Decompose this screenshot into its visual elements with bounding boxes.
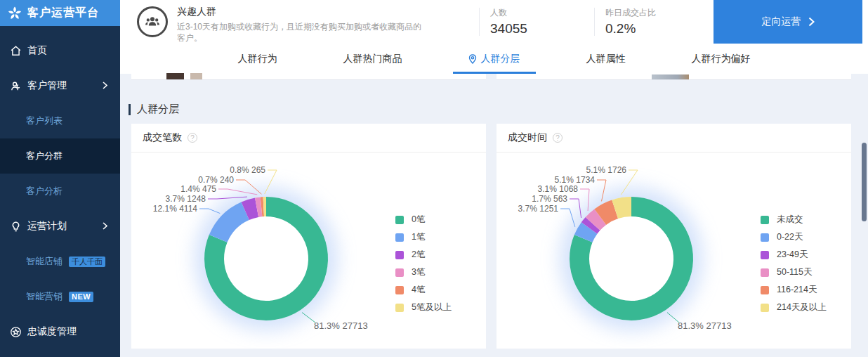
- donut-segment-23-49天[interactable]: [589, 223, 593, 228]
- stat-label: 昨日成交占比: [605, 7, 656, 19]
- chart-card-deal-count: 成交笔数 ? 0.8% 2650.7% 2401.4% 4753.7% 1248…: [131, 124, 486, 349]
- legend-swatch: [395, 216, 404, 224]
- legend-item-5笔及以上[interactable]: 5笔及以上: [395, 299, 452, 316]
- pie-label-3笔: 1.4% 475: [180, 184, 216, 194]
- legend-item-214天及以上[interactable]: 214天及以上: [761, 299, 827, 316]
- users-icon: [10, 80, 22, 92]
- legend-item-116-214天[interactable]: 116-214天: [761, 281, 827, 299]
- donut-chart-deal-time[interactable]: [567, 194, 696, 323]
- location-pin-icon: [468, 54, 477, 64]
- legend-swatch: [761, 268, 769, 277]
- pie-label-4笔: 0.7% 240: [198, 175, 234, 185]
- logo-icon: [7, 6, 22, 21]
- section-title-bar: [129, 104, 131, 115]
- legend-swatch: [761, 304, 769, 312]
- legend-label: 0笔: [412, 214, 425, 226]
- card-title: 成交笔数: [143, 131, 182, 144]
- card-header: 成交时间 ?: [497, 124, 851, 152]
- legend-swatch: [395, 251, 404, 259]
- divider: [594, 8, 595, 36]
- product-thumb-remnant: [652, 74, 689, 79]
- product-thumb-remnant: [166, 73, 184, 79]
- product-thumb-remnant: [190, 73, 202, 79]
- leader-line-4笔: [236, 180, 261, 194]
- donut-segment-214天及以上[interactable]: [615, 207, 631, 209]
- chart-legend: 未成交0-22天23-49天50-115天116-214天214天及以上: [761, 211, 827, 316]
- legend-item-23-49天[interactable]: 23-49天: [761, 246, 827, 264]
- legend-label: 0-22天: [777, 231, 803, 243]
- legend-item-3笔[interactable]: 3笔: [395, 264, 452, 281]
- vertical-scrollbar-thumb[interactable]: [862, 143, 867, 221]
- donut-segment-1笔[interactable]: [218, 211, 245, 238]
- sidebar-nav: 首页 客户管理 客户列表 客户分群 客户分析: [0, 33, 120, 349]
- donut-segment-116-214天[interactable]: [600, 209, 615, 217]
- legend-swatch: [395, 268, 404, 277]
- stat-deal-ratio: 昨日成交占比 0.2%: [605, 7, 656, 37]
- sidebar-item-label: 忠诚度管理: [27, 325, 77, 338]
- section-title-text: 人群分层: [137, 103, 179, 116]
- sidebar-item-smart-shop[interactable]: 智能店铺 千人千面: [0, 244, 120, 279]
- legend-item-未成交[interactable]: 未成交: [761, 211, 827, 228]
- targeted-operation-button[interactable]: 定向运营: [714, 0, 862, 44]
- previous-section-card-edge: [131, 74, 486, 80]
- legend-swatch: [395, 304, 404, 312]
- leader-line-5笔及以上: [265, 170, 277, 194]
- chevron-right-icon: [103, 80, 107, 91]
- chart-card-deal-time: 成交时间 ? 5.1% 17265.1% 17343.1% 10681.7% 5…: [497, 124, 851, 349]
- main-content: 人群分层 成交笔数 ? 0.8% 2650.7% 2401.4% 4753.7%…: [120, 74, 868, 357]
- stat-value: 0.2%: [605, 21, 656, 37]
- card-title: 成交时间: [508, 131, 547, 144]
- tab-crowd-behavior[interactable]: 人群行为: [223, 44, 293, 74]
- sidebar-item-customer-list[interactable]: 客户列表: [0, 103, 120, 138]
- sidebar-item-home[interactable]: 首页: [0, 33, 120, 68]
- divider: [479, 8, 480, 36]
- sidebar-item-customer-segment[interactable]: 客户分群: [0, 138, 120, 174]
- donut-segment-50-115天[interactable]: [593, 217, 600, 224]
- legend-item-1笔[interactable]: 1笔: [395, 228, 452, 246]
- help-icon[interactable]: ?: [553, 133, 563, 143]
- legend-swatch: [761, 251, 769, 259]
- tab-crowd-layering[interactable]: 人群分层: [453, 44, 536, 74]
- group-info: 兴趣人群 近3-10天有加购或收藏行为，且近期没有购买加购或者收藏商品的客户。: [177, 6, 430, 44]
- tab-label: 人群行为偏好: [692, 53, 751, 65]
- legend-label: 214天及以上: [777, 301, 827, 313]
- sidebar-item-label: 客户管理: [27, 79, 67, 92]
- bulb-icon: [10, 221, 22, 233]
- sidebar-item-customer-analysis[interactable]: 客户分析: [0, 174, 120, 209]
- app-logo: 客户运营平台: [0, 0, 120, 26]
- legend-item-2笔[interactable]: 2笔: [395, 246, 452, 264]
- legend-swatch: [761, 216, 769, 224]
- sidebar-item-customer-management[interactable]: 客户管理: [0, 68, 120, 103]
- pie-label-0-22天: 3.7% 1251: [518, 204, 558, 214]
- sidebar-item-smart-marketing[interactable]: 智能营销 NEW: [0, 279, 120, 314]
- pie-label-50-115天: 3.1% 1068: [538, 184, 578, 194]
- app-root: 客户运营平台 首页 客户管理 客户列表 客户: [0, 0, 868, 357]
- sidebar-item-loyalty[interactable]: 忠诚度管理: [0, 314, 120, 349]
- legend-item-0-22天[interactable]: 0-22天: [761, 228, 827, 246]
- tab-crowd-hot-products[interactable]: 人群热门商品: [328, 44, 418, 74]
- legend-item-4笔[interactable]: 4笔: [395, 281, 452, 299]
- sidebar: 客户运营平台 首页 客户管理 客户列表 客户: [0, 0, 120, 357]
- legend-item-50-115天[interactable]: 50-115天: [761, 264, 827, 281]
- donut-chart-deal-count[interactable]: [202, 194, 331, 323]
- section-title-crowd-layering: 人群分层: [129, 103, 179, 116]
- app-title: 客户运营平台: [27, 6, 99, 20]
- donut-segment-2笔[interactable]: [245, 207, 256, 211]
- sidebar-item-label: 运营计划: [27, 220, 67, 233]
- legend-label: 3笔: [412, 266, 425, 278]
- help-icon[interactable]: ?: [188, 133, 197, 143]
- leader-line-214天及以上: [621, 170, 638, 195]
- tab-crowd-attributes[interactable]: 人群属性: [571, 44, 641, 74]
- legend-label: 1笔: [412, 231, 425, 243]
- header: 兴趣人群 近3-10天有加购或收藏行为，且近期没有购买加购或者收藏商品的客户。 …: [120, 0, 868, 44]
- donut-segment-0-22天[interactable]: [584, 228, 589, 239]
- tab-crowd-behavior-preference[interactable]: 人群行为偏好: [676, 44, 766, 74]
- pie-label-116-214天: 5.1% 1734: [555, 175, 595, 185]
- sidebar-item-operation-plan[interactable]: 运营计划: [0, 209, 120, 244]
- chevron-right-icon: [103, 221, 107, 232]
- stat-value: 34055: [490, 21, 527, 37]
- tab-label: 人群热门商品: [343, 53, 402, 65]
- legend-item-0笔[interactable]: 0笔: [395, 211, 452, 228]
- legend-label: 4笔: [412, 284, 425, 296]
- donut-segment-3笔[interactable]: [257, 207, 261, 207]
